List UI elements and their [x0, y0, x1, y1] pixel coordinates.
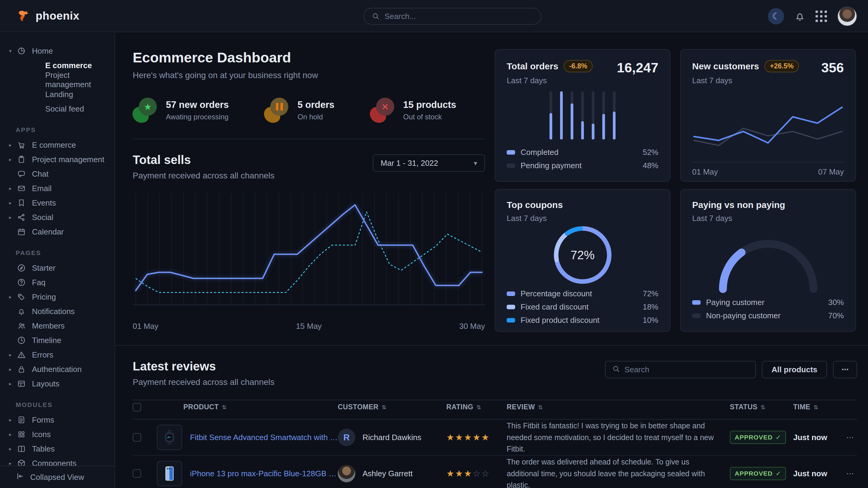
page-title: Ecommerce Dashboard	[133, 49, 485, 66]
sidebar-item-forms[interactable]: ▸Forms	[0, 413, 115, 427]
sidebar-subitem-landing[interactable]: Landing	[0, 87, 115, 102]
reviews-search-input[interactable]	[624, 365, 749, 375]
caret-icon: ▸	[9, 157, 17, 162]
total-orders-value: 16,247	[617, 60, 658, 76]
sidebar-item-icons[interactable]: ▸Icons	[0, 427, 115, 442]
apps-grid-icon[interactable]	[815, 10, 827, 22]
caret-icon: ▸	[9, 417, 17, 423]
sort-icon: ⇅	[476, 404, 481, 411]
sidebar-item-label: Members	[32, 321, 65, 331]
row-checkbox[interactable]	[133, 433, 141, 442]
column-header-product[interactable]: PRODUCT⇅	[157, 403, 338, 411]
sidebar-item-project-management[interactable]: ▸Project management	[0, 152, 115, 167]
global-search-input[interactable]	[384, 12, 533, 21]
check-icon: ✓	[776, 470, 781, 477]
collapse-sidebar-button[interactable]: Collapsed View	[0, 466, 115, 488]
sidebar-item-label: Chat	[32, 169, 49, 179]
clock-icon	[17, 336, 26, 345]
status-badge: APPROVED ✓	[730, 431, 786, 444]
card-caption: Last 7 days	[507, 76, 593, 85]
reviews-subtitle: Payment received across all channels	[133, 378, 275, 387]
table-more-button[interactable]: ⋯	[833, 361, 857, 378]
coupons-donut-chart: 72%	[507, 223, 658, 287]
sidebar-subitem-social-feed[interactable]: Social feed	[0, 102, 115, 116]
orders-legend: Completed52%Pending payment48%	[507, 145, 658, 172]
chat-icon	[17, 169, 26, 178]
sidebar-item-calendar[interactable]: Calendar	[0, 225, 115, 239]
donut-center-label: 72%	[570, 248, 594, 262]
stat-value: 57 new orders	[166, 99, 228, 110]
column-header-review[interactable]: REVIEW⇅	[507, 403, 730, 411]
pie-chart-icon	[17, 46, 26, 56]
theme-toggle-moon-icon[interactable]: ☾	[768, 8, 784, 24]
caret-icon: ▸	[9, 352, 17, 358]
sidebar-item-timeline[interactable]: Timeline	[0, 333, 115, 348]
sidebar-item-social[interactable]: ▸Social	[0, 210, 115, 225]
customer-name: Ashley Garrett	[363, 469, 412, 478]
table-row: iPhone 13 pro max-Pacific Blue-128GB sto…	[133, 456, 857, 488]
sidebar-item-e-commerce[interactable]: ▸E commerce	[0, 138, 115, 152]
column-header-customer[interactable]: CUSTOMER⇅	[338, 403, 446, 411]
caret-icon: ▸	[9, 185, 17, 191]
sort-icon: ⇅	[222, 404, 226, 411]
row-menu-button[interactable]: ⋯	[838, 469, 857, 478]
select-all-checkbox[interactable]	[133, 403, 141, 412]
sidebar-item-events[interactable]: ▸Events	[0, 196, 115, 210]
sidebar-item-home[interactable]: ▾Home	[0, 44, 115, 58]
new-customers-value: 356	[821, 60, 844, 76]
column-header-time[interactable]: TIME⇅	[793, 403, 838, 411]
sidebar-item-notifications[interactable]: Notifications	[0, 304, 115, 319]
sidebar-subitem-project-management[interactable]: Project management	[0, 73, 115, 87]
sidebar-item-components[interactable]: ▸Components	[0, 456, 115, 466]
collapse-icon	[16, 472, 24, 483]
warning-icon	[17, 350, 26, 359]
sidebar-item-pricing[interactable]: ▸Pricing	[0, 290, 115, 304]
top-navbar: phoenix ☾	[0, 0, 868, 32]
brand-logo[interactable]: phoenix	[17, 8, 79, 24]
change-badge: +26.5%	[765, 60, 799, 72]
legend-row: Non-paying customer70%	[692, 309, 844, 322]
product-link[interactable]: Fitbit Sense Advanced Smartwatch with To…	[190, 433, 338, 442]
reviews-search[interactable]	[605, 361, 756, 378]
customer-avatar	[338, 465, 355, 482]
stat-caption: Out of stock	[403, 113, 456, 121]
sidebar-item-members[interactable]: Members	[0, 319, 115, 333]
sidebar-item-label: Authentication	[32, 365, 82, 374]
search-icon	[612, 365, 620, 374]
x-start-label: 01 May	[692, 167, 718, 176]
column-header-rating[interactable]: RATING⇅	[446, 403, 507, 411]
product-link[interactable]: iPhone 13 pro max-Pacific Blue-128GB sto…	[190, 469, 338, 478]
caret-icon: ▸	[9, 431, 17, 437]
global-search[interactable]	[364, 8, 541, 25]
x-icon: ✕	[370, 98, 395, 123]
sidebar-item-authentication[interactable]: ▸Authentication	[0, 362, 115, 377]
sidebar-section-label: APPS	[16, 126, 115, 133]
legend-row: Paying customer30%	[692, 296, 844, 309]
sidebar-item-starter[interactable]: Starter	[0, 261, 115, 275]
sidebar-item-faq[interactable]: Faq	[0, 275, 115, 290]
sidebar-nav: ▾HomeE commerceProject managementLanding…	[0, 33, 115, 488]
sidebar-item-layouts[interactable]: ▸Layouts	[0, 377, 115, 391]
legend-row: Percentage discount72%	[507, 287, 658, 300]
row-menu-button[interactable]: ⋯	[838, 433, 857, 442]
calendar-icon	[17, 227, 26, 236]
caret-icon: ▸	[9, 200, 17, 206]
all-products-button[interactable]: All products	[762, 361, 827, 378]
total-sells-subtitle: Payment received across all channels	[133, 171, 275, 181]
sidebar-item-chat[interactable]: Chat	[0, 167, 115, 181]
caret-icon: ▾	[9, 48, 17, 54]
date-range-select[interactable]: Mar 1 - 31, 2022 ▾	[373, 154, 485, 172]
sidebar-item-errors[interactable]: ▸Errors	[0, 348, 115, 362]
row-checkbox[interactable]	[133, 469, 141, 478]
user-avatar[interactable]	[837, 6, 857, 26]
customers-line-chart	[692, 88, 844, 160]
sidebar-item-label: Pricing	[32, 292, 56, 302]
sidebar-item-email[interactable]: ▸Email	[0, 181, 115, 196]
layout-icon	[17, 379, 26, 388]
notifications-bell-icon[interactable]	[795, 11, 805, 22]
sidebar-item-tables[interactable]: ▸Tables	[0, 442, 115, 456]
sidebar-item-label: Faq	[32, 278, 45, 287]
review-text: The order was delivered ahead of schedul…	[507, 456, 730, 488]
card-title: Top coupons	[507, 200, 563, 210]
column-header-status[interactable]: STATUS⇅	[730, 403, 793, 411]
